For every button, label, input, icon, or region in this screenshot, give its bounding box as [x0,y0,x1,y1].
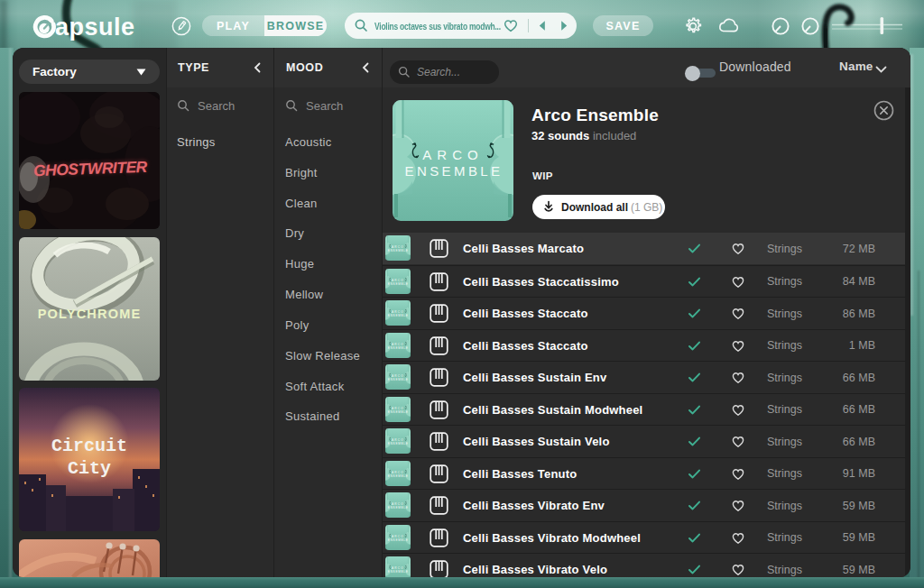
svg-text:POLYCHROME: POLYCHROME [38,307,142,321]
svg-text:apsule: apsule [55,14,135,41]
svg-text:Circuit: Circuit [51,436,127,456]
svg-text:City: City [68,458,111,479]
